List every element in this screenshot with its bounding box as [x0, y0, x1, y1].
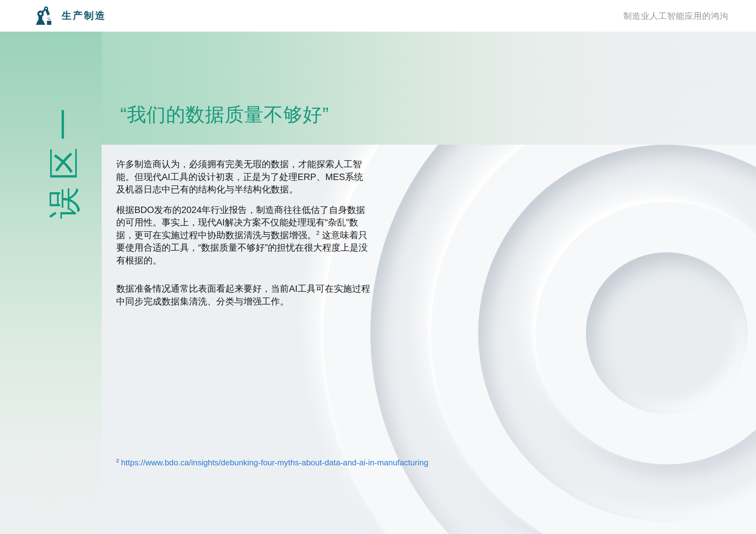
myth-number-vertical-label: 误区一	[48, 101, 80, 219]
ring-center-disc	[586, 252, 748, 414]
brand-label: 生产制造	[62, 9, 106, 23]
brand: 生产制造	[35, 0, 106, 32]
page: 误区一	[0, 0, 756, 534]
footnote-link[interactable]: https://www.bdo.ca/insights/debunking-fo…	[121, 458, 428, 467]
paragraph-1: 许多制造商认为，必须拥有完美无瑕的数据，才能探索人工智能。但现代AI工具的设计初…	[116, 158, 371, 196]
section-title: “我们的数据质量不够好”	[120, 103, 329, 126]
footnote-number: 2	[116, 458, 119, 463]
paragraph-2: 根据BDO发布的2024年行业报告，制造商往往低估了自身数据的可用性。事实上，现…	[116, 204, 371, 267]
page-header: 生产制造 制造业人工智能应用的鸿沟	[0, 0, 756, 32]
footnote: 2https://www.bdo.ca/insights/debunking-f…	[116, 458, 428, 467]
body-text: 许多制造商认为，必须拥有完美无瑕的数据，才能探索人工智能。但现代AI工具的设计初…	[116, 158, 371, 308]
paragraph-3: 数据准备情况通常比表面看起来要好，当前AI工具可在实施过程中同步完成数据集清洗、…	[116, 283, 371, 308]
document-title: 制造业人工智能应用的鸿沟	[623, 0, 728, 32]
title-gradient-band	[102, 32, 756, 145]
robot-arm-icon	[35, 6, 52, 26]
